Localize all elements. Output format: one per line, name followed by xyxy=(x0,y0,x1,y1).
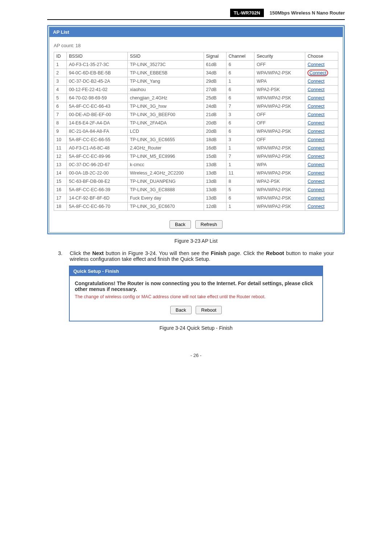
connect-link[interactable]: Connect xyxy=(307,129,324,134)
congrats-text: Congratulations! The Router is now conne… xyxy=(75,280,317,292)
col-signal: Signal xyxy=(204,52,226,61)
connect-link[interactable]: Connect xyxy=(307,87,324,92)
connect-link[interactable]: Connect xyxy=(307,112,324,117)
model-badge: TL-WR702N xyxy=(230,9,264,17)
ap-count-label: AP count: 18 xyxy=(54,43,338,48)
table-row: 155C-63-BF-DB-08-E2TP-LINK_DUANPENG13dB8… xyxy=(54,177,338,186)
step-3-text: 3. Click the Next button in Figure 3-24.… xyxy=(58,250,334,262)
connect-link[interactable]: Connect xyxy=(307,162,324,167)
ap-table: IDBSSIDSSIDSignalChannelSecurityChoose 1… xyxy=(54,52,338,211)
connect-link[interactable]: Connect xyxy=(307,79,324,84)
table-row: 700-DE-AD-BE-EF-00TP-LINK_3G_BEEF0021dB3… xyxy=(54,111,338,119)
connect-link[interactable]: Connect xyxy=(307,187,324,192)
figure-3-24-caption: Figure 3-24 Quick Setup - Finish xyxy=(47,325,345,331)
page-header: TL-WR702N 150Mbps Wireless N Nano Router xyxy=(47,7,345,20)
figure-3-23-caption: Figure 3-23 AP List xyxy=(47,238,345,244)
quick-setup-finish-panel: Quick Setup - Finish Congratulations! Th… xyxy=(69,266,323,321)
step-text: Click the xyxy=(70,250,92,256)
table-row: 130C-37-DC-96-2D-67k-cmcc13dB1WPAConnect xyxy=(54,161,338,169)
next-bold: Next xyxy=(92,250,103,256)
connect-link[interactable]: Connect xyxy=(307,137,324,142)
col-choose: Choose xyxy=(305,52,338,61)
step-number: 3. xyxy=(58,250,65,262)
col-id: ID xyxy=(54,52,67,61)
connect-link[interactable]: Connect xyxy=(307,154,324,159)
table-row: 65A-8F-CC-EC-66-43TP-LINK_3G_hxw24dB7WPA… xyxy=(54,102,338,111)
ap-list-title: AP List xyxy=(49,27,343,37)
ap-list-panel: AP List AP count: 18 IDBSSIDSSIDSignalCh… xyxy=(47,25,345,234)
table-row: 98C-21-0A-84-A8-FALCD20dB6WPA/WPA2-PSKCo… xyxy=(54,127,338,136)
col-ssid: SSID xyxy=(127,52,204,61)
step-text: button in Figure 3-24. You will then see… xyxy=(104,250,211,256)
col-bssid: BSSID xyxy=(67,52,128,61)
table-row: 564-70-02-98-69-59chengjian_2.4GHz25dB6W… xyxy=(54,94,338,102)
finish-panel-title: Quick Setup - Finish xyxy=(70,266,322,276)
back-button[interactable]: Back xyxy=(170,306,192,314)
col-channel: Channel xyxy=(226,52,254,61)
connect-link[interactable]: Connect xyxy=(307,171,324,176)
header-title: 150Mbps Wireless N Nano Router xyxy=(270,10,345,16)
connect-link[interactable]: Connect xyxy=(307,62,324,67)
back-button[interactable]: Back xyxy=(170,220,191,229)
table-row: 1400-0A-1B-2C-22-00Wireless_2.4GHz_2C220… xyxy=(54,169,338,177)
reboot-button[interactable]: Reboot xyxy=(196,306,222,314)
table-row: 30C-37-DC-B2-45-2ATP-LINK_Yang29dB1WPACo… xyxy=(54,77,338,86)
page-number: - 26 - xyxy=(47,353,345,358)
connect-link[interactable]: Connect xyxy=(307,204,324,209)
reboot-bold: Reboot xyxy=(266,250,284,256)
warning-text: The change of wireless config or MAC add… xyxy=(75,294,317,299)
table-row: 165A-8F-CC-EC-66-39TP-LINK_3G_EC888813dB… xyxy=(54,186,338,194)
table-row: 1A0-F3-C1-35-27-3CTP-LINK_35273C61dB6OFF… xyxy=(54,61,338,69)
connect-link[interactable]: Connect xyxy=(307,179,324,184)
finish-bold: Finish xyxy=(211,250,226,256)
table-row: 105A-8F-CC-EC-66-55TP-LINK_3G_EC665518dB… xyxy=(54,136,338,144)
connect-link[interactable]: Connect xyxy=(307,120,324,126)
table-row: 400-12-FE-22-41-02xiaohou27dB6WPA2-PSKCo… xyxy=(54,86,338,94)
step-text: page. Click the xyxy=(226,250,266,256)
connect-link[interactable]: Connect xyxy=(307,145,324,151)
table-row: 294-0C-6D-EB-BE-5BTP-LINK_EBBE5B34dB6WPA… xyxy=(54,69,338,77)
table-row: 11A0-F3-C1-A6-8C-482.4GHz_Router16dB1WPA… xyxy=(54,144,338,152)
connect-link[interactable]: Connect xyxy=(307,196,324,201)
connect-link[interactable]: Connect xyxy=(307,70,328,76)
table-row: 1714-CF-92-BF-8F-6DFuck Every day13dB6WP… xyxy=(54,194,338,202)
table-row: 185A-8F-CC-EC-66-70TP-LINK_3G_EC667012dB… xyxy=(54,202,338,211)
connect-link[interactable]: Connect xyxy=(307,104,324,109)
col-security: Security xyxy=(254,52,305,61)
connect-link[interactable]: Connect xyxy=(307,95,324,100)
refresh-button[interactable]: Refresh xyxy=(195,220,223,229)
table-row: 814-E6-E4-2F-A4-DATP-LINK_2FA4DA20dB6OFF… xyxy=(54,119,338,127)
table-row: 125A-8F-CC-EC-89-96TP-LINK_M5_EC899615dB… xyxy=(54,152,338,161)
